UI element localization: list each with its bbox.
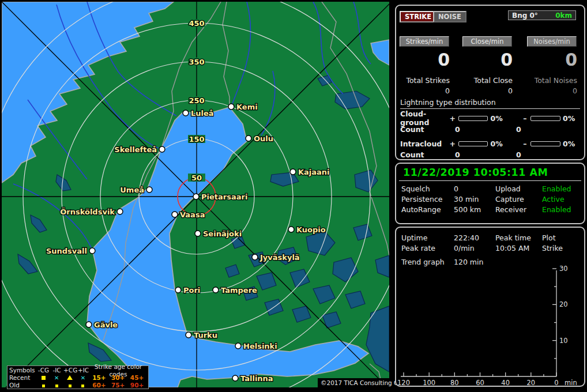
total-noises-label: Total Noises [526,76,577,85]
squelch-label: Squelch [401,184,430,193]
old-neg-ic-icon [50,382,63,389]
close-counter: Close/min 0 Total Close 0 [462,36,513,95]
city-dot [186,332,191,338]
ic-plus-bar [458,141,488,146]
status-panel: 11/22/2019 10:05:11 AM Squelch 0 Upload … [395,163,585,224]
cg-plus-bar [458,116,488,121]
autorange-label: AutoRange [401,205,441,214]
intracloud-count-row: Count 0 0 [400,149,580,160]
city-dot [183,110,189,116]
strike-mode-button[interactable]: STRIKE [400,11,437,22]
uptime-label: Uptime [401,233,427,242]
cg-count-label: Count [400,125,455,134]
cg-plus-count: 0 [455,125,516,134]
legend-col-ncg: -CG [37,367,50,374]
neg-cg-icon [37,374,50,382]
y-tick-label-10: 10 [559,337,568,345]
city-label: Helsinki [243,342,277,350]
x-tick-label-60: 60 [476,379,484,387]
close-per-min-value: 0 [462,50,513,71]
age-code-75: 75+ [108,382,127,389]
ic-minus-count: 0 [516,150,521,159]
peak-time-value: 10:05 AM [495,244,529,252]
legend-symbols-header: Symbols [9,367,37,374]
cg-minus-pct: 0% [563,114,580,123]
city-label: Örnsköldsvik [60,208,115,216]
ring-label-50: 50 [191,174,202,182]
city-örnsköldsvik: Örnsköldsvik [60,208,123,216]
city-label: Kuopio [296,225,326,234]
intracloud-label: Intracloud [400,140,449,148]
pos-cg-icon [63,374,77,382]
bearing-readout: Bng 0° 0km [508,10,576,20]
persistence-label: Persistence [401,195,443,203]
ring-label-250: 250 [189,96,204,105]
city-dot [117,209,123,214]
cg-minus-count: 0 [516,125,521,134]
city-dot [146,187,152,193]
minus-sign: – [521,114,528,123]
strikes-per-min-value: 0 [399,50,450,71]
plot-mode-value: Strike [542,244,563,252]
old-pos-ic-icon [77,382,90,389]
city-dot [252,254,258,260]
age-code-15: 15+ [89,374,108,382]
city-label: Kemi [236,103,258,111]
city-dot [228,104,234,110]
bearing-label: Bng 0° [512,12,538,20]
radar-map[interactable]: 50150250350450 KemiLuleåOuluSkellefteåKa… [2,2,389,387]
ring-label-150: 150 [189,135,204,144]
map-canvas[interactable]: 50150250350450 KemiLuleåOuluSkellefteåKa… [2,2,389,387]
total-close-value: 0 [462,86,513,95]
noises-per-min-value: 0 [526,50,577,71]
ic-minus-pct: 0% [563,140,580,148]
city-label: Jyväskylä [259,253,300,262]
city-label: Pietarsaari [201,193,247,201]
city-label: Turku [194,331,217,340]
noises-per-min-button[interactable]: Noises/min [527,36,577,47]
plus-sign: + [449,114,456,123]
total-close-label: Total Close [462,76,513,85]
minus-sign: – [521,140,528,148]
receiver-label: Receiver [495,205,526,214]
age-code-30: 30+ [108,374,127,382]
nexstorm-window: { "map": { "station": "Pietarsaari", "co… [0,0,587,392]
x-tick-label-20: 20 [527,379,536,387]
city-label: Skellefteå [114,145,157,154]
cg-plus-pct: 0% [490,114,507,123]
ic-minus-bar [530,141,560,146]
strikes-counter: Strikes/min 0 Total Strikes 0 [399,36,450,95]
plot-label: Plot [542,233,556,242]
total-strikes-value: 0 [399,86,450,95]
close-per-min-button[interactable]: Close/min [462,36,512,47]
peak-time-label: Peak time [495,233,531,242]
noises-counter: Noises/min 0 Total Noises 0 [526,36,577,95]
city-pietarsaari: Pietarsaari [193,193,247,201]
cloud-ground-label: Cloud-ground [400,110,449,127]
age-code-45: 45+ [127,374,146,382]
city-label: Gävle [94,321,118,329]
city-dot [290,169,296,175]
age-code-90: 90+ [127,382,146,389]
cloud-ground-count-row: Count 0 0 [400,123,580,135]
capture-status: Active [542,195,565,203]
upload-status: Enabled [542,184,571,193]
uptime-value: 222:40 [454,233,479,242]
city-pori: Pori [175,286,200,295]
y-tick-label-30: 30 [559,265,568,273]
datetime-display: 11/22/2019 10:05:11 AM [399,164,581,181]
ring-label-450: 450 [189,19,204,28]
autorange-value: 500 km [454,205,481,214]
noise-mode-button[interactable]: NOISE [433,11,466,22]
old-pos-cg-icon [63,382,77,389]
cloud-ground-row: Cloud-ground + 0% – 0% [400,113,580,123]
city-label: Luleå [191,109,214,118]
cg-minus-bar [530,116,560,121]
city-label: Pori [183,286,200,295]
city-dot [175,287,181,293]
upload-label: Upload [495,184,521,193]
peak-rate-label: Peak rate [401,244,435,252]
strikes-per-min-button[interactable]: Strikes/min [400,36,449,47]
city-label: Tallinna [240,374,273,383]
city-dot [288,227,294,232]
